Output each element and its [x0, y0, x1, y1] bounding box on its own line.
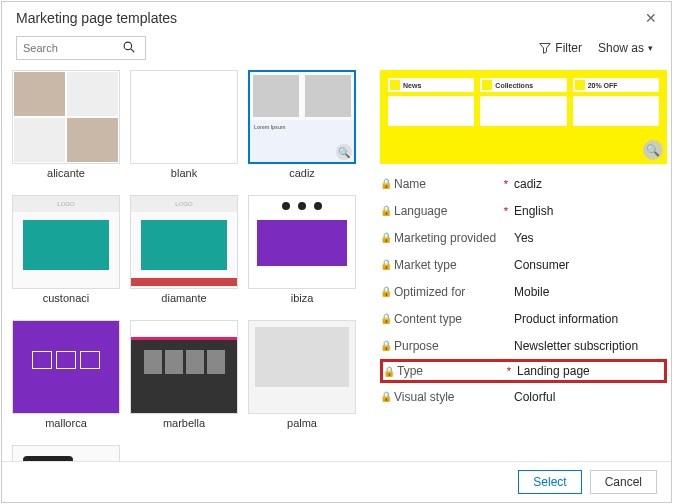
- show-as-button[interactable]: Show as ▾: [594, 39, 657, 57]
- property-row: 🔒Name*cadiz: [380, 170, 667, 197]
- property-row: 🔒Type*Landing page: [380, 359, 667, 383]
- close-icon[interactable]: ✕: [645, 10, 657, 26]
- dialog-footer: Select Cancel: [2, 461, 671, 502]
- property-label: Market type: [394, 258, 514, 272]
- template-picker-dialog: Marketing page templates ✕ Filter Show a…: [1, 1, 672, 503]
- dialog-title: Marketing page templates: [16, 10, 645, 26]
- search-icon[interactable]: [117, 41, 141, 56]
- property-row: 🔒PurposeNewsletter subscription: [380, 332, 667, 359]
- cancel-button[interactable]: Cancel: [590, 470, 657, 494]
- property-value: Newsletter subscription: [514, 339, 667, 353]
- filter-icon: [539, 42, 551, 54]
- property-label: Optimized for: [394, 285, 514, 299]
- template-card-cadiz[interactable]: Lorem Ipsum 🔍 cadiz: [248, 70, 356, 185]
- template-gallery[interactable]: alicante blank Lorem Ipsum 🔍 cadiz LOGO: [2, 70, 370, 461]
- filter-button[interactable]: Filter: [535, 39, 586, 57]
- lock-icon: 🔒: [380, 391, 394, 402]
- property-label: Visual style: [394, 390, 514, 404]
- template-card-blank[interactable]: blank: [130, 70, 238, 185]
- chevron-down-icon: ▾: [648, 43, 653, 53]
- property-label: Name*: [394, 177, 514, 191]
- template-card-diamante[interactable]: LOGO diamante: [130, 195, 238, 310]
- property-value: Yes: [514, 231, 667, 245]
- search-input[interactable]: [17, 42, 117, 54]
- required-marker: *: [504, 178, 508, 190]
- template-card-ibiza[interactable]: ibiza: [248, 195, 356, 310]
- zoom-icon[interactable]: 🔍: [336, 144, 352, 160]
- search-box[interactable]: [16, 36, 146, 60]
- property-label: Content type: [394, 312, 514, 326]
- property-value: Colorful: [514, 390, 667, 404]
- property-row: 🔒Content typeProduct information: [380, 305, 667, 332]
- property-label: Purpose: [394, 339, 514, 353]
- property-row: 🔒Visual styleColorful: [380, 383, 667, 410]
- template-card-palma[interactable]: palma: [248, 320, 356, 435]
- required-marker: *: [507, 365, 511, 377]
- select-button[interactable]: Select: [518, 470, 581, 494]
- template-card-alicante[interactable]: alicante: [12, 70, 120, 185]
- lock-icon: 🔒: [383, 366, 397, 377]
- template-card-mallorca[interactable]: mallorca: [12, 320, 120, 435]
- required-marker: *: [504, 205, 508, 217]
- property-row: 🔒Optimized forMobile: [380, 278, 667, 305]
- lock-icon: 🔒: [380, 178, 394, 189]
- properties-list: 🔒Name*cadiz🔒Language*English🔒Marketing p…: [380, 170, 667, 410]
- preview-zoom-icon[interactable]: 🔍: [643, 140, 663, 160]
- property-label: Language*: [394, 204, 514, 218]
- property-value: Consumer: [514, 258, 667, 272]
- lock-icon: 🔒: [380, 232, 394, 243]
- property-row: 🔒Market typeConsumer: [380, 251, 667, 278]
- property-value: English: [514, 204, 667, 218]
- detail-panel: News Collections 20% OFF 🔍 🔒Name*cadiz🔒L…: [370, 70, 671, 461]
- template-card-partial[interactable]: [12, 445, 120, 461]
- property-value: Landing page: [517, 364, 664, 378]
- svg-line-1: [131, 48, 134, 51]
- svg-point-0: [124, 42, 132, 50]
- property-label: Type*: [397, 364, 517, 378]
- lock-icon: 🔒: [380, 205, 394, 216]
- template-card-marbella[interactable]: marbella: [130, 320, 238, 435]
- property-row: 🔒Marketing providedYes: [380, 224, 667, 251]
- property-row: 🔒Language*English: [380, 197, 667, 224]
- lock-icon: 🔒: [380, 313, 394, 324]
- property-value: Mobile: [514, 285, 667, 299]
- property-value: cadiz: [514, 177, 667, 191]
- property-value: Product information: [514, 312, 667, 326]
- lock-icon: 🔒: [380, 340, 394, 351]
- template-preview: News Collections 20% OFF 🔍: [380, 70, 667, 164]
- lock-icon: 🔒: [380, 259, 394, 270]
- dialog-header: Marketing page templates ✕: [2, 2, 671, 30]
- toolbar: Filter Show as ▾: [2, 30, 671, 70]
- template-card-custonaci[interactable]: LOGO custonaci: [12, 195, 120, 310]
- property-label: Marketing provided: [394, 231, 514, 245]
- lock-icon: 🔒: [380, 286, 394, 297]
